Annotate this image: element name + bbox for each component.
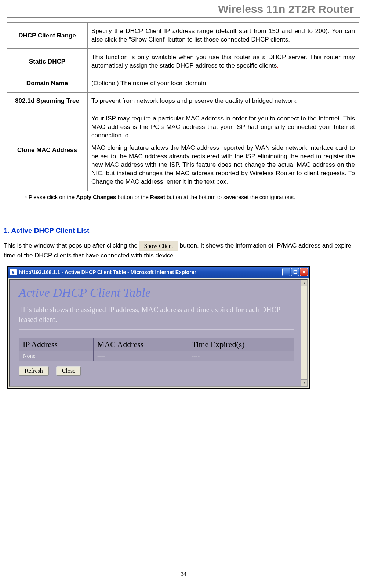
- maximize-icon[interactable]: ☐: [291, 268, 299, 276]
- config-desc-p2: MAC cloning feature allows the MAC addre…: [91, 144, 355, 186]
- table-header-row: IP Address MAC Address Time Expired(s): [19, 338, 294, 351]
- close-icon[interactable]: ✕: [300, 268, 308, 276]
- config-name: Static DHCP: [7, 48, 88, 75]
- config-table: DHCP Client Range Specify the DHCP Clien…: [7, 22, 359, 191]
- col-mac-address: MAC Address: [93, 338, 188, 351]
- cell-time: ----: [188, 351, 294, 361]
- config-desc: Your ISP may require a particular MAC ad…: [88, 110, 359, 191]
- table-row: Domain Name (Optional) The name of your …: [7, 75, 359, 92]
- config-desc: (Optional) The name of your local domain…: [88, 75, 359, 92]
- refresh-button[interactable]: Refresh: [19, 366, 49, 376]
- page-number: 34: [0, 571, 367, 577]
- popup-heading: Active DHCP Client Table: [19, 286, 294, 300]
- col-time-expired: Time Expired(s): [188, 338, 294, 351]
- popup-titlebar-text: http://192.168.1.1 - Active DHCP Client …: [19, 269, 282, 275]
- scroll-down-icon[interactable]: ▼: [301, 379, 308, 386]
- close-button[interactable]: Close: [56, 366, 81, 376]
- table-row: Static DHCP This function is only availa…: [7, 48, 359, 75]
- page-header-title: Wireless 11n 2T2R Router: [7, 0, 360, 18]
- show-client-button-image: Show Client: [139, 241, 178, 251]
- cell-mac: ----: [93, 351, 188, 361]
- popup-titlebar: e http://192.168.1.1 - Active DHCP Clien…: [8, 267, 309, 278]
- config-name: 802.1d Spanning Tree: [7, 92, 88, 110]
- config-desc: To prevent from network loops and preser…: [88, 92, 359, 110]
- table-row: None ---- ----: [19, 351, 294, 361]
- config-desc: This function is only available when you…: [88, 48, 359, 75]
- cell-ip: None: [19, 351, 94, 361]
- table-row: DHCP Client Range Specify the DHCP Clien…: [7, 23, 359, 49]
- scrollbar[interactable]: ▲ ▼: [301, 280, 307, 386]
- config-desc-p1: Your ISP may require a particular MAC ad…: [91, 115, 355, 140]
- section-body: This is the window that pops up after cl…: [4, 241, 363, 260]
- col-ip-address: IP Address: [19, 338, 94, 351]
- minimize-icon[interactable]: _: [282, 268, 290, 276]
- popup-description: This table shows the assigned IP address…: [19, 305, 294, 325]
- table-row: Clone MAC Address Your ISP may require a…: [7, 110, 359, 191]
- config-name: Clone MAC Address: [7, 110, 88, 191]
- dhcp-client-table: IP Address MAC Address Time Expired(s) N…: [19, 338, 294, 361]
- section-heading: 1. Active DHCP Client List: [4, 227, 360, 235]
- config-desc: Specify the DHCP Client IP address range…: [88, 23, 359, 49]
- divider: [19, 329, 294, 330]
- apply-reset-note: * Please click on the Apply Changes butt…: [25, 194, 360, 200]
- config-name: Domain Name: [7, 75, 88, 92]
- config-name: DHCP Client Range: [7, 23, 88, 49]
- popup-window: e http://192.168.1.1 - Active DHCP Clien…: [7, 266, 310, 389]
- scroll-up-icon[interactable]: ▲: [301, 280, 308, 286]
- table-row: 802.1d Spanning Tree To prevent from net…: [7, 92, 359, 110]
- period-accent: .: [277, 62, 279, 69]
- ie-icon: e: [10, 269, 17, 275]
